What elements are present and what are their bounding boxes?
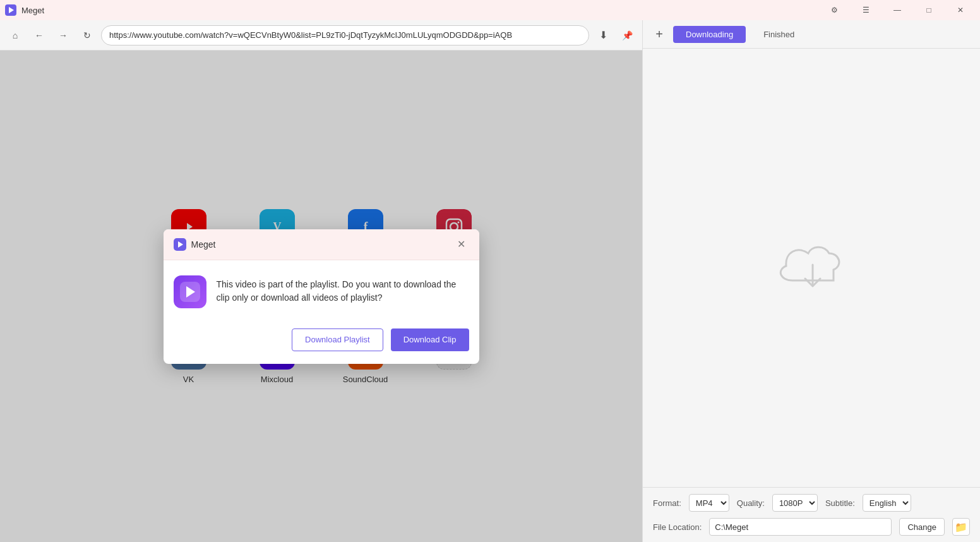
modal-title: Meget	[191, 239, 449, 250]
browser-content: YouTube V Vimeo	[0, 51, 642, 542]
maximize-icon: □	[926, 6, 931, 15]
modal-body: This video is part of the playlist. Do y…	[164, 260, 479, 321]
forward-icon: →	[59, 30, 68, 40]
pin-button[interactable]: 📌	[617, 25, 637, 45]
panel-tab-finished[interactable]: Finished	[751, 26, 807, 43]
format-quality-row: Format: MP4 MKV AVI MOV MP3 Quality: 108…	[653, 494, 970, 512]
file-location-row: File Location: Change 📁	[653, 518, 970, 536]
right-panel: + Downloading Finished Format: MP4 MKV	[642, 20, 980, 542]
minimize-button[interactable]: —	[883, 0, 912, 20]
folder-icon: 📁	[955, 521, 967, 533]
maximize-button[interactable]: □	[914, 0, 943, 20]
back-button[interactable]: ←	[29, 25, 49, 45]
home-icon: ⌂	[13, 30, 18, 40]
download-playlist-button[interactable]: Download Playlist	[292, 328, 383, 351]
title-bar: Meget ⚙ ☰ — □ ✕	[0, 0, 980, 20]
panel-header: + Downloading Finished	[643, 20, 980, 49]
settings-icon: ⚙	[831, 6, 838, 15]
modal-icon-wrap	[174, 275, 206, 308]
minimize-icon: —	[893, 6, 901, 15]
browser-pane: ⌂ ← → ↻ ⬇ 📌	[0, 20, 642, 542]
refresh-icon: ↻	[83, 30, 91, 40]
modal-brand-icon	[180, 282, 200, 302]
format-select[interactable]: MP4 MKV AVI MOV MP3	[689, 494, 729, 512]
change-button[interactable]: Change	[899, 518, 945, 536]
panel-content	[643, 49, 980, 487]
home-button[interactable]: ⌂	[5, 25, 25, 45]
quality-select[interactable]: 1080P 720P 480P 360P 240P	[772, 494, 818, 512]
forward-button[interactable]: →	[53, 25, 73, 45]
download-cloud-icon	[774, 239, 849, 296]
modal-close-button[interactable]: ✕	[454, 237, 469, 252]
panel-tab-downloading[interactable]: Downloading	[673, 26, 746, 43]
modal-message: This video is part of the playlist. Do y…	[217, 275, 469, 304]
subtitle-select[interactable]: English None Auto	[863, 494, 911, 512]
menu-icon: ☰	[863, 6, 869, 15]
settings-button[interactable]: ⚙	[820, 0, 849, 20]
modal-header: Meget ✕	[164, 229, 479, 260]
nav-bar: ⌂ ← → ↻ ⬇ 📌	[0, 20, 642, 51]
back-icon: ←	[35, 30, 44, 40]
quality-label: Quality:	[737, 498, 765, 508]
refresh-button[interactable]: ↻	[77, 25, 97, 45]
modal-overlay: Meget ✕ This video is par	[0, 51, 642, 542]
empty-download-state	[774, 239, 849, 296]
subtitle-label: Subtitle:	[825, 498, 855, 508]
panel-add-icon: +	[655, 27, 663, 42]
modal-dialog: Meget ✕ This video is par	[164, 229, 479, 364]
download-icon: ⬇	[599, 29, 607, 41]
format-label: Format:	[653, 498, 681, 508]
panel-add-button[interactable]: +	[650, 25, 668, 43]
title-bar-left: Meget	[5, 4, 820, 16]
main-layout: ⌂ ← → ↻ ⬇ 📌	[0, 20, 980, 542]
menu-button[interactable]: ☰	[851, 0, 880, 20]
title-bar-controls: ⚙ ☰ — □ ✕	[820, 0, 975, 20]
file-location-input[interactable]	[709, 518, 892, 536]
file-location-label: File Location:	[653, 522, 702, 532]
modal-app-icon	[174, 238, 186, 251]
modal-footer: Download Playlist Download Clip	[164, 321, 479, 364]
download-clip-button[interactable]: Download Clip	[391, 328, 469, 351]
close-icon: ✕	[957, 6, 964, 15]
pin-icon: 📌	[622, 30, 633, 40]
panel-bottom: Format: MP4 MKV AVI MOV MP3 Quality: 108…	[643, 487, 980, 542]
folder-button[interactable]: 📁	[952, 518, 970, 536]
close-button[interactable]: ✕	[946, 0, 975, 20]
download-to-bar-button[interactable]: ⬇	[593, 25, 613, 45]
modal-close-icon: ✕	[457, 238, 465, 250]
app-icon	[5, 4, 16, 16]
address-bar[interactable]	[101, 25, 589, 45]
app-title: Meget	[21, 6, 44, 15]
